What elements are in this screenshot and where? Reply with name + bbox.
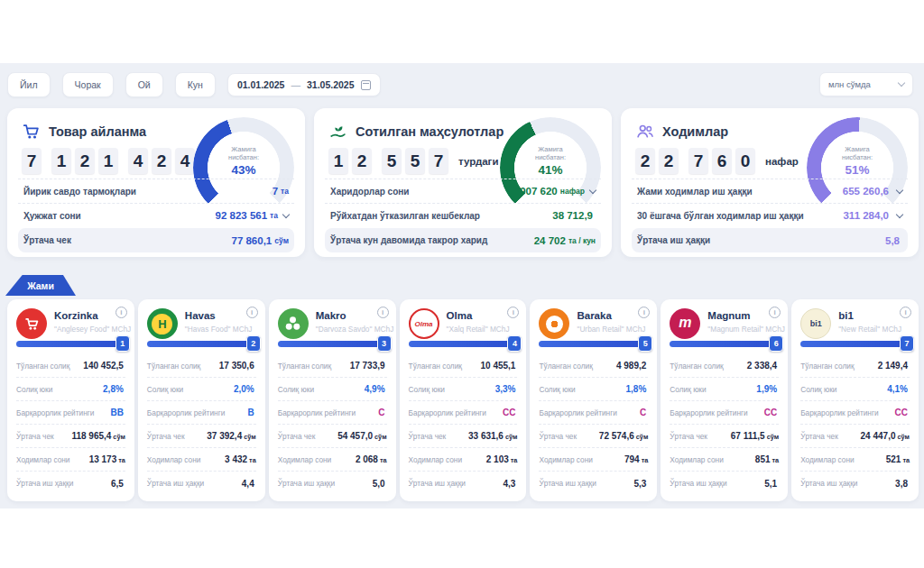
retailer-card: Korzinka "Anglesey Food" MChJ 1 Тўланган… — [7, 299, 134, 501]
kpi-stat-row: 30 ёшгача бўлган ходимлар иш ҳаққи 311 2… — [632, 203, 908, 227]
kpi-stat-unit: та — [270, 211, 278, 220]
retailer-stat-value: 5,3 — [633, 479, 646, 489]
retailer-stat-value: 4,3 — [504, 479, 516, 489]
employees-icon — [635, 122, 655, 142]
date-range-separator: — — [291, 79, 300, 90]
kpi-stat-unit: та — [281, 187, 289, 196]
retailer-stat-value: 3,8 — [895, 479, 908, 489]
retailer-stat-row: Ўртача иш ҳаққи 5,0 — [278, 472, 387, 495]
retailer-stat-unit: сўм — [244, 433, 256, 441]
retailer-stat-row: Ходимлар сони 794 та — [539, 448, 648, 472]
rank-progress-bar — [16, 341, 122, 347]
retailer-stat-value: 17 733,9 — [350, 361, 385, 371]
retailer-stat-label: Ўртача чек — [147, 432, 185, 441]
chevron-down-icon[interactable] — [896, 210, 903, 217]
rank-badge: 1 — [116, 335, 130, 352]
retailer-stat-unit: сўм — [113, 433, 125, 441]
chevron-down-icon[interactable] — [282, 210, 290, 217]
retailer-stat-row: Ўртача чек 118 965,4 сўм — [16, 425, 125, 448]
retailer-stat-label: Ходимлар сони — [16, 455, 70, 464]
kpi-card: Ходимлар 22760 нафар Жамига нисбатан: 51… — [621, 108, 919, 257]
kpi-stat-label: Харидорлар сони — [330, 187, 409, 197]
retailer-stat-row: Ўртача иш ҳаққи 4,4 — [147, 472, 256, 495]
retailer-stat-value: 1,8% — [626, 384, 647, 394]
retailer-stat-value: 851 — [755, 454, 771, 464]
retailer-stat-label: Тўланган солиқ — [147, 362, 200, 371]
retailer-stat-row: Тўланган солиқ 17 350,6 — [147, 354, 256, 378]
retailer-stat-label: Ўртача иш ҳаққи — [670, 479, 726, 488]
retailer-stat-label: Солиқ юки — [278, 385, 314, 394]
unit-select[interactable]: млн сўмда — [819, 72, 913, 96]
kpi-stat-row: Ҳужжат сони 92 823 561 та — [18, 203, 294, 227]
retailer-stat-label: Ўртача чек — [16, 432, 54, 441]
kpi-stat-label: Жами ходимлар иш ҳаққи — [637, 187, 753, 197]
retailer-stat-row: Ходимлар сони 2 103 та — [409, 448, 518, 472]
retailer-stat-rows: Тўланган солиқ 17 733,9 Солиқ юки 4,9% — [278, 354, 387, 495]
retailer-stat-label: Солиқ юки — [147, 385, 183, 394]
info-icon[interactable] — [116, 307, 127, 318]
date-range-picker[interactable]: 01.01.2025 — 31.05.2025 — [227, 73, 381, 96]
retailer-stat-value: 118 965,4 — [71, 431, 111, 441]
chevron-down-icon[interactable] — [589, 186, 596, 193]
retailer-stat-value: 6,5 — [111, 479, 124, 489]
retailer-stat-unit: та — [118, 456, 125, 464]
retailer-stat-label: Ходимлар сони — [147, 455, 201, 464]
retailer-stat-label: Тўланган солиқ — [16, 362, 69, 371]
kpi-card-header: Сотилган маҳсулотлар — [328, 122, 504, 142]
date-from[interactable]: 01.01.2025 — [237, 79, 285, 90]
retailer-stat-rows: Тўланган солиқ 140 452,5 Солиқ юки 2,8% — [16, 354, 125, 495]
retailer-stat-value: C — [640, 408, 646, 417]
retailer-stat-value: 3,3% — [495, 384, 516, 394]
retailer-stat-value: CC — [895, 408, 908, 417]
retailer-stat-row: Барқарорлик рейтинги CC — [800, 401, 910, 425]
kpi-card-header: Ходимлар — [635, 122, 728, 142]
retailer-stat-rows: Тўланган солиқ 2 338,4 Солиқ юки 1,9% — [670, 354, 779, 495]
period-button-month[interactable]: Ой — [125, 72, 163, 97]
retailer-stat-rows: Тўланган солиқ 10 455,1 Солиқ юки 3,3% — [409, 354, 518, 495]
info-icon[interactable] — [638, 307, 650, 318]
retailer-stat-value: CC — [503, 408, 515, 417]
info-icon[interactable] — [246, 307, 258, 318]
info-icon[interactable] — [507, 307, 519, 318]
kpi-card: Товар айланма 7121424 Жамига нисбатан: 4… — [7, 108, 305, 257]
bi1-logo: bi1 — [800, 308, 831, 339]
retailer-stat-row: Ўртача чек 24 447,0 сўм — [800, 425, 910, 448]
rank-progress-bar — [409, 341, 514, 347]
havas-logo: H — [147, 308, 178, 339]
kpi-counter-digits: 7121424 — [22, 148, 199, 174]
retailer-stat-unit: сўм — [374, 433, 387, 441]
kpi-stat-label: Йирик савдо тармоқлари — [23, 187, 136, 197]
kpi-stat-value: 7 — [273, 186, 278, 197]
date-to[interactable]: 31.05.2025 — [307, 79, 355, 90]
retailer-stat-unit: та — [249, 456, 256, 464]
kpi-stat-row: Рўйхатдан ўтказилган кешбеклар 38 712,9 — [325, 203, 601, 227]
kpi-stat-value: 655 260,6 — [843, 186, 889, 197]
info-icon[interactable] — [769, 307, 781, 318]
kpi-card: Сотилган маҳсулотлар 12557 турдаги Жамиг… — [314, 108, 612, 257]
retailer-stat-row: Ўртача чек 72 574,6 сўм — [539, 425, 648, 448]
retailer-name: Makro — [316, 310, 346, 321]
info-icon[interactable] — [900, 307, 911, 318]
retailer-stat-unit: та — [772, 456, 780, 464]
retailer-stat-row: Барқарорлик рейтинги C — [539, 401, 648, 425]
retailer-stat-row: Тўланган солиқ 2 149,4 — [800, 354, 910, 378]
kpi-stat-value: 92 823 561 — [216, 210, 268, 221]
kpi-stat-label: Ўртача иш ҳаққи — [637, 235, 710, 245]
period-button-quarter[interactable]: Чорак — [62, 72, 114, 97]
period-button-day[interactable]: Кун — [175, 72, 216, 97]
kpi-cards: Товар айланма 7121424 Жамига нисбатан: 4… — [7, 108, 919, 257]
retailer-stat-label: Тўланган солиқ — [539, 362, 592, 371]
kpi-stat-label: 30 ёшгача бўлган ходимлар иш ҳаққи — [637, 211, 804, 221]
retailer-stat-value: CC — [764, 408, 777, 417]
kpi-counter-digits: 12557 — [328, 148, 452, 174]
retailer-legal-name: "Darvoza Savdo" MChJ — [316, 325, 394, 334]
kpi-stat-row: Ўртача кун давомида такрор харид 24 702 … — [325, 228, 601, 252]
retailer-stat-value: 72 574,6 — [599, 431, 634, 441]
kpi-counter: 22760 нафар — [635, 148, 799, 174]
period-button-year[interactable]: Йил — [7, 72, 51, 97]
chevron-down-icon[interactable] — [896, 186, 903, 193]
gauge-percent: 43% — [193, 163, 294, 177]
calendar-icon[interactable] — [361, 80, 371, 90]
info-icon[interactable] — [377, 307, 389, 318]
retailer-stat-value: B — [247, 408, 254, 417]
